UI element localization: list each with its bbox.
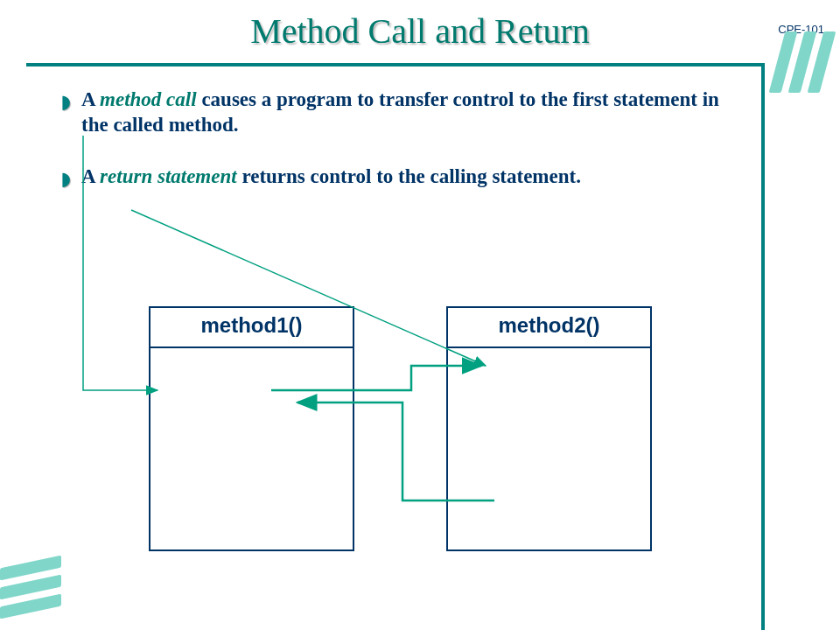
method2-title: method2() (448, 313, 650, 338)
bullet-term: return statement (100, 165, 237, 187)
bullet-text-post: returns control to the calling statement… (237, 165, 581, 187)
method2-box: method2() (446, 306, 652, 551)
bullet-text-pre: A (81, 88, 100, 110)
box-divider (150, 346, 353, 348)
divider-horizontal (26, 63, 765, 66)
decoration-top-right (777, 32, 828, 93)
method1-title: method1() (150, 313, 353, 338)
flow-diagram: method1() method2(); nextstatement; meth… (0, 298, 840, 595)
bullet-item: ◗ A method call causes a program to tran… (61, 88, 744, 138)
bullet-marker-icon: ◗ (61, 168, 71, 190)
method1-box: method1() (149, 306, 354, 551)
bullet-list: ◗ A method call causes a program to tran… (61, 88, 744, 216)
bullet-text-pre: A (81, 165, 100, 187)
bullet-term: method call (100, 88, 197, 110)
bullet-item: ◗ A return statement returns control to … (61, 164, 744, 190)
box-divider (448, 346, 650, 348)
bullet-marker-icon: ◗ (61, 91, 71, 138)
slide-title: Method Call and Return (0, 10, 840, 52)
